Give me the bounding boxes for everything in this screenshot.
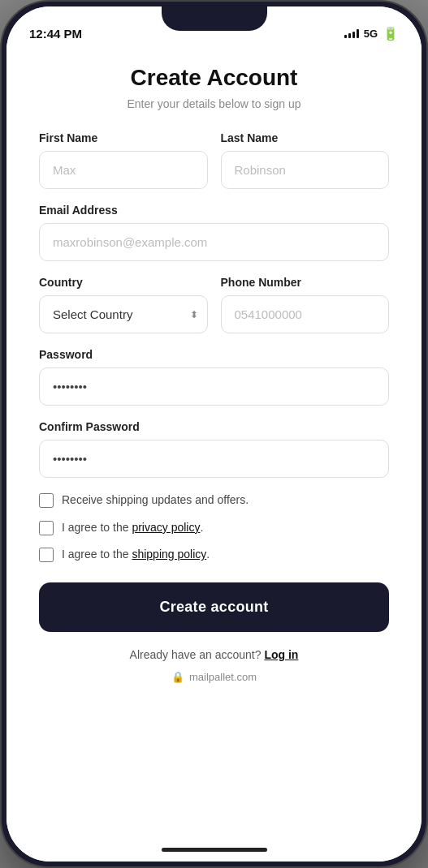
phone-label: Phone Number (221, 276, 390, 289)
first-name-label: First Name (39, 131, 208, 144)
name-row: First Name Last Name (39, 131, 389, 189)
lock-icon: 🔒 (171, 671, 184, 683)
phone-frame: 12:44 PM 5G 🔋 Create Account Enter your … (0, 0, 428, 868)
page-subtitle: Enter your details below to sign up (39, 97, 389, 110)
email-input[interactable] (39, 223, 389, 261)
shipping-pre: I agree to the (62, 548, 132, 561)
password-group: Password (39, 348, 389, 406)
country-select-wrapper: Select Country United States United King… (39, 295, 208, 333)
login-link[interactable]: Log in (264, 648, 298, 661)
privacy-pre: I agree to the (62, 521, 132, 534)
checkbox-privacy: I agree to the privacy policy. (39, 520, 389, 536)
shipping-updates-label: Receive shipping updates and offers. (62, 492, 249, 509)
shipping-policy-checkbox[interactable] (39, 548, 54, 562)
email-group: Email Address (39, 204, 389, 261)
phone-group: Phone Number (221, 276, 390, 333)
phone-input[interactable] (221, 295, 390, 333)
shipping-policy-link[interactable]: shipping policy (132, 548, 206, 561)
country-group: Country Select Country United States Uni… (39, 276, 208, 333)
privacy-policy-label: I agree to the privacy policy. (62, 520, 203, 536)
signal-bars-icon (344, 28, 359, 38)
checkboxes-group: Receive shipping updates and offers. I a… (39, 492, 389, 563)
battery-icon: 🔋 (383, 26, 399, 41)
first-name-input[interactable] (39, 151, 208, 189)
secure-badge: 🔒 mailpallet.com (39, 671, 389, 683)
home-indicator (6, 837, 422, 862)
privacy-policy-link[interactable]: privacy policy (132, 521, 200, 534)
shipping-policy-label: I agree to the shipping policy. (62, 547, 210, 563)
status-time: 12:44 PM (29, 27, 82, 41)
email-label: Email Address (39, 204, 389, 217)
shipping-post: . (206, 548, 210, 561)
last-name-group: Last Name (221, 131, 390, 189)
shipping-updates-checkbox[interactable] (39, 493, 54, 508)
page-title: Create Account (39, 65, 389, 91)
last-name-input[interactable] (221, 151, 390, 189)
network-label: 5G (364, 28, 378, 40)
status-icons: 5G 🔋 (344, 26, 399, 41)
secure-label: mailpallet.com (189, 671, 257, 683)
confirm-password-label: Confirm Password (39, 420, 389, 433)
privacy-policy-checkbox[interactable] (39, 521, 54, 535)
privacy-post: . (200, 521, 203, 534)
password-label: Password (39, 348, 389, 361)
password-input[interactable] (39, 367, 389, 406)
country-select[interactable]: Select Country United States United King… (39, 295, 208, 333)
home-bar (162, 848, 267, 852)
country-phone-row: Country Select Country United States Uni… (39, 276, 389, 333)
notch (162, 2, 267, 31)
checkbox-shipping-updates: Receive shipping updates and offers. (39, 492, 389, 509)
checkbox-shipping-policy: I agree to the shipping policy. (39, 547, 389, 563)
country-label: Country (39, 276, 208, 289)
first-name-group: First Name (39, 131, 208, 189)
phone-inner: 12:44 PM 5G 🔋 Create Account Enter your … (6, 6, 422, 862)
create-account-button[interactable]: Create account (39, 582, 389, 632)
page-content: Create Account Enter your details below … (6, 49, 422, 837)
login-prompt: Already have an account? Log in (39, 648, 389, 661)
confirm-password-input[interactable] (39, 440, 389, 478)
login-pre: Already have an account? (130, 648, 265, 661)
last-name-label: Last Name (221, 131, 390, 144)
confirm-password-group: Confirm Password (39, 420, 389, 478)
